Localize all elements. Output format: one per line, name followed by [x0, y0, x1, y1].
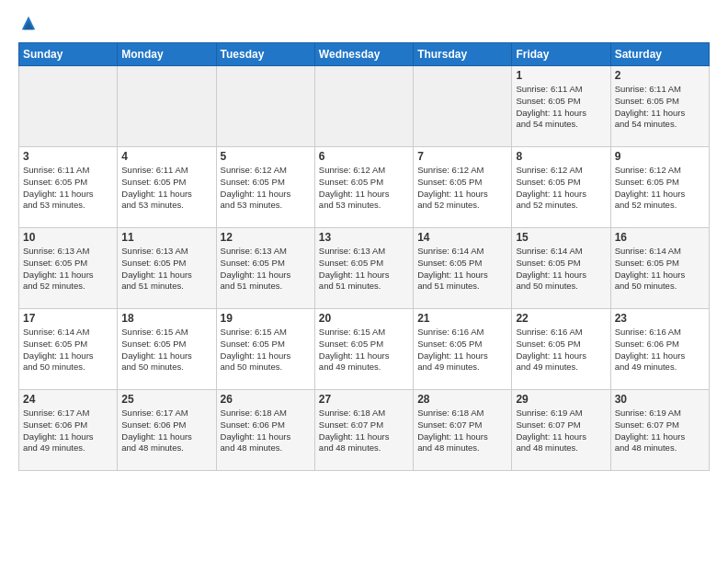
calendar-cell: 4Sunrise: 6:11 AM Sunset: 6:05 PM Daylig… [118, 147, 216, 228]
calendar: SundayMondayTuesdayWednesdayThursdayFrid… [18, 42, 710, 471]
day-info: Sunrise: 6:15 AM Sunset: 6:05 PM Dayligh… [121, 327, 211, 373]
day-number: 24 [23, 393, 113, 406]
day-number: 30 [615, 393, 705, 406]
calendar-cell: 27Sunrise: 6:18 AM Sunset: 6:07 PM Dayli… [314, 390, 413, 471]
calendar-cell: 1Sunrise: 6:11 AM Sunset: 6:05 PM Daylig… [512, 66, 610, 147]
calendar-cell [19, 66, 118, 147]
day-number: 7 [417, 150, 507, 163]
weekday-header: Wednesday [314, 43, 413, 66]
day-number: 21 [417, 312, 507, 325]
day-number: 9 [615, 150, 705, 163]
day-info: Sunrise: 6:15 AM Sunset: 6:05 PM Dayligh… [319, 327, 409, 373]
calendar-cell: 8Sunrise: 6:12 AM Sunset: 6:05 PM Daylig… [512, 147, 610, 228]
day-info: Sunrise: 6:18 AM Sunset: 6:07 PM Dayligh… [417, 408, 507, 454]
day-info: Sunrise: 6:11 AM Sunset: 6:05 PM Dayligh… [23, 165, 113, 212]
day-number: 8 [516, 150, 606, 163]
page: SundayMondayTuesdayWednesdayThursdayFrid… [0, 0, 728, 480]
weekday-header: Saturday [610, 43, 709, 66]
day-number: 6 [319, 150, 409, 163]
day-info: Sunrise: 6:13 AM Sunset: 6:05 PM Dayligh… [221, 246, 311, 293]
calendar-cell: 14Sunrise: 6:14 AM Sunset: 6:05 PM Dayli… [414, 228, 512, 309]
day-info: Sunrise: 6:19 AM Sunset: 6:07 PM Dayligh… [516, 408, 606, 454]
calendar-cell: 10Sunrise: 6:13 AM Sunset: 6:05 PM Dayli… [19, 228, 118, 309]
day-info: Sunrise: 6:15 AM Sunset: 6:05 PM Dayligh… [221, 327, 311, 373]
day-number: 18 [121, 312, 211, 325]
day-number: 4 [121, 150, 211, 163]
day-info: Sunrise: 6:12 AM Sunset: 6:05 PM Dayligh… [516, 165, 606, 212]
weekday-header: Monday [118, 43, 216, 66]
day-info: Sunrise: 6:14 AM Sunset: 6:05 PM Dayligh… [615, 246, 705, 293]
weekday-header: Sunday [19, 43, 118, 66]
logo [18, 15, 37, 31]
day-info: Sunrise: 6:17 AM Sunset: 6:06 PM Dayligh… [23, 408, 113, 454]
calendar-cell: 13Sunrise: 6:13 AM Sunset: 6:05 PM Dayli… [314, 228, 413, 309]
calendar-week-row: 3Sunrise: 6:11 AM Sunset: 6:05 PM Daylig… [19, 147, 710, 228]
day-info: Sunrise: 6:19 AM Sunset: 6:07 PM Dayligh… [615, 408, 705, 454]
day-number: 11 [121, 231, 211, 244]
calendar-cell: 26Sunrise: 6:18 AM Sunset: 6:06 PM Dayli… [216, 390, 314, 471]
day-info: Sunrise: 6:13 AM Sunset: 6:05 PM Dayligh… [23, 246, 113, 293]
calendar-cell: 11Sunrise: 6:13 AM Sunset: 6:05 PM Dayli… [118, 228, 216, 309]
calendar-cell: 25Sunrise: 6:17 AM Sunset: 6:06 PM Dayli… [118, 390, 216, 471]
calendar-cell [314, 66, 413, 147]
weekday-header: Friday [512, 43, 610, 66]
day-number: 12 [221, 231, 311, 244]
day-info: Sunrise: 6:13 AM Sunset: 6:05 PM Dayligh… [319, 246, 409, 293]
day-number: 29 [516, 393, 606, 406]
day-number: 15 [516, 231, 606, 244]
calendar-cell: 9Sunrise: 6:12 AM Sunset: 6:05 PM Daylig… [610, 147, 709, 228]
calendar-cell: 2Sunrise: 6:11 AM Sunset: 6:05 PM Daylig… [610, 66, 709, 147]
calendar-cell [414, 66, 512, 147]
day-info: Sunrise: 6:18 AM Sunset: 6:06 PM Dayligh… [221, 408, 311, 454]
weekday-header: Thursday [414, 43, 512, 66]
day-info: Sunrise: 6:17 AM Sunset: 6:06 PM Dayligh… [121, 408, 211, 454]
calendar-cell: 23Sunrise: 6:16 AM Sunset: 6:06 PM Dayli… [610, 309, 709, 390]
day-number: 3 [23, 150, 113, 163]
day-number: 25 [121, 393, 211, 406]
calendar-cell: 17Sunrise: 6:14 AM Sunset: 6:05 PM Dayli… [19, 309, 118, 390]
calendar-header-row: SundayMondayTuesdayWednesdayThursdayFrid… [19, 43, 710, 66]
day-info: Sunrise: 6:16 AM Sunset: 6:05 PM Dayligh… [516, 327, 606, 373]
day-number: 23 [615, 312, 705, 325]
logo-icon [20, 15, 37, 31]
calendar-cell: 16Sunrise: 6:14 AM Sunset: 6:05 PM Dayli… [610, 228, 709, 309]
day-number: 27 [319, 393, 409, 406]
calendar-cell: 3Sunrise: 6:11 AM Sunset: 6:05 PM Daylig… [19, 147, 118, 228]
day-number: 5 [221, 150, 311, 163]
header [18, 15, 710, 31]
calendar-cell [118, 66, 216, 147]
calendar-week-row: 24Sunrise: 6:17 AM Sunset: 6:06 PM Dayli… [19, 390, 710, 471]
calendar-cell: 21Sunrise: 6:16 AM Sunset: 6:05 PM Dayli… [414, 309, 512, 390]
calendar-cell [216, 66, 314, 147]
calendar-cell: 18Sunrise: 6:15 AM Sunset: 6:05 PM Dayli… [118, 309, 216, 390]
calendar-week-row: 17Sunrise: 6:14 AM Sunset: 6:05 PM Dayli… [19, 309, 710, 390]
day-info: Sunrise: 6:11 AM Sunset: 6:05 PM Dayligh… [615, 84, 705, 131]
day-info: Sunrise: 6:12 AM Sunset: 6:05 PM Dayligh… [417, 165, 507, 212]
day-info: Sunrise: 6:12 AM Sunset: 6:05 PM Dayligh… [319, 165, 409, 212]
day-number: 26 [221, 393, 311, 406]
day-info: Sunrise: 6:18 AM Sunset: 6:07 PM Dayligh… [319, 408, 409, 454]
calendar-cell: 7Sunrise: 6:12 AM Sunset: 6:05 PM Daylig… [414, 147, 512, 228]
day-info: Sunrise: 6:12 AM Sunset: 6:05 PM Dayligh… [615, 165, 705, 212]
calendar-cell: 19Sunrise: 6:15 AM Sunset: 6:05 PM Dayli… [216, 309, 314, 390]
day-info: Sunrise: 6:11 AM Sunset: 6:05 PM Dayligh… [121, 165, 211, 212]
calendar-cell: 29Sunrise: 6:19 AM Sunset: 6:07 PM Dayli… [512, 390, 610, 471]
day-number: 17 [23, 312, 113, 325]
day-info: Sunrise: 6:16 AM Sunset: 6:05 PM Dayligh… [417, 327, 507, 373]
day-number: 22 [516, 312, 606, 325]
day-number: 20 [319, 312, 409, 325]
day-number: 2 [615, 69, 705, 82]
day-number: 13 [319, 231, 409, 244]
day-number: 16 [615, 231, 705, 244]
calendar-cell: 6Sunrise: 6:12 AM Sunset: 6:05 PM Daylig… [314, 147, 413, 228]
day-info: Sunrise: 6:16 AM Sunset: 6:06 PM Dayligh… [615, 327, 705, 373]
day-info: Sunrise: 6:14 AM Sunset: 6:05 PM Dayligh… [516, 246, 606, 293]
day-info: Sunrise: 6:11 AM Sunset: 6:05 PM Dayligh… [516, 84, 606, 131]
day-info: Sunrise: 6:14 AM Sunset: 6:05 PM Dayligh… [23, 327, 113, 373]
day-number: 19 [221, 312, 311, 325]
calendar-cell: 28Sunrise: 6:18 AM Sunset: 6:07 PM Dayli… [414, 390, 512, 471]
calendar-week-row: 10Sunrise: 6:13 AM Sunset: 6:05 PM Dayli… [19, 228, 710, 309]
calendar-cell: 5Sunrise: 6:12 AM Sunset: 6:05 PM Daylig… [216, 147, 314, 228]
calendar-cell: 30Sunrise: 6:19 AM Sunset: 6:07 PM Dayli… [610, 390, 709, 471]
day-info: Sunrise: 6:14 AM Sunset: 6:05 PM Dayligh… [417, 246, 507, 293]
